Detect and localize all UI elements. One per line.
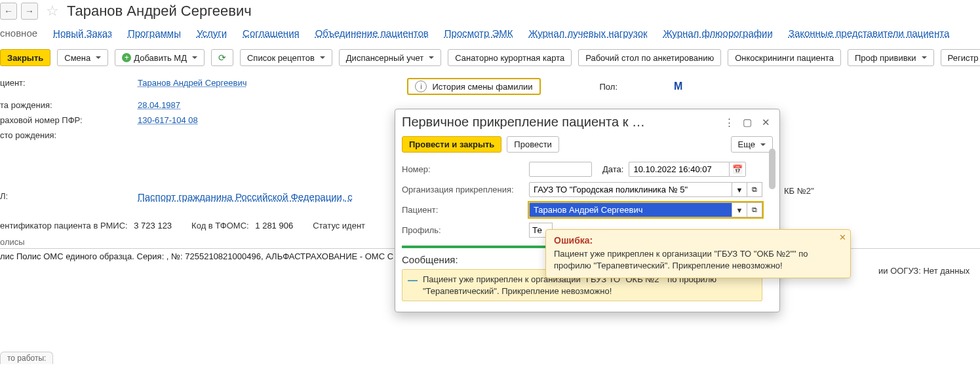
gender-label: Пол: xyxy=(600,82,618,92)
messages-title-text: Сообщения: xyxy=(402,254,458,265)
surname-history-label: История смены фамилии xyxy=(432,82,532,92)
open-ref-icon[interactable]: ⧉ xyxy=(747,202,762,217)
add-md-label: Добавить МД xyxy=(134,53,187,63)
action-toolbar: Закрыть Смена + Добавить МД ⟳ Список рец… xyxy=(0,43,980,73)
pob-label: сто рождения: xyxy=(0,130,138,140)
chevron-down-icon[interactable]: ▼ xyxy=(732,202,747,217)
dob-value[interactable]: 28.04.1987 xyxy=(138,100,180,110)
date-label: Дата: xyxy=(602,164,623,174)
message-dash-icon: — xyxy=(408,274,418,297)
favorite-star-icon[interactable]: ☆ xyxy=(42,3,63,20)
tab-agreements[interactable]: Соглашения xyxy=(243,28,300,39)
snils-label: раховой номер ПФР: xyxy=(0,115,138,125)
org-input[interactable] xyxy=(529,182,732,197)
reload-button[interactable]: ⟳ xyxy=(211,49,233,66)
tab-main[interactable]: сновное xyxy=(0,28,37,39)
tooltip-body: Пациент уже прикреплен к организации "ГБ… xyxy=(554,248,844,271)
gender-value: М xyxy=(674,81,682,92)
open-ref-icon[interactable]: ⧉ xyxy=(747,182,762,197)
ooguz-label: ии ООГУЗ: xyxy=(878,266,921,276)
rmis-label: ентификатор пациента в РМИС: xyxy=(0,221,128,230)
submit-close-button[interactable]: Провести и закрыть xyxy=(402,136,501,153)
tab-fluoro-log[interactable]: Журнал флюорографии xyxy=(663,28,773,39)
profile-label: Профиль: xyxy=(402,225,524,235)
number-input[interactable] xyxy=(529,162,592,177)
header-bar: ← → ☆ Таранов Андрей Сергеевич xyxy=(0,0,980,21)
org-combo[interactable]: ▼ ⧉ xyxy=(529,182,762,197)
tab-view-emk[interactable]: Просмотр ЭМК xyxy=(444,28,513,39)
patient-label: циент: xyxy=(0,78,138,95)
tfoms-value: 1 281 906 xyxy=(255,221,293,230)
nav-tabs: сновное Новый Заказ Программы Услуги Сог… xyxy=(0,21,980,43)
attachment-modal: Первичное прикрепление пациента к … ⋮ ▢ … xyxy=(395,109,780,312)
rmis-value: 3 723 123 xyxy=(134,221,172,230)
modal-title: Первичное прикрепление пациента к … xyxy=(402,115,718,130)
scrollbar-thumb[interactable] xyxy=(769,149,775,189)
snils-value[interactable]: 130-617-104 08 xyxy=(138,115,198,125)
modal-close-icon[interactable]: ✕ xyxy=(758,115,773,130)
calendar-icon[interactable]: 📅 xyxy=(729,162,746,177)
error-tooltip: ✕ Ошибка: Пациент уже прикреплен к орган… xyxy=(545,229,851,278)
more-button[interactable]: Еще xyxy=(731,136,773,153)
patient-combo[interactable]: ▼ ⧉ xyxy=(529,202,762,217)
recipes-button[interactable]: Список рецептов xyxy=(240,49,332,66)
tab-merge-patients[interactable]: Объединение пациентов xyxy=(315,28,429,39)
org-label: Организация прикрепления: xyxy=(402,185,524,194)
bottom-tab-workplace[interactable]: то работы: xyxy=(0,352,53,364)
modal-menu-icon[interactable]: ⋮ xyxy=(722,115,736,130)
modal-patient-label: Пациент: xyxy=(402,205,524,215)
plus-icon: + xyxy=(122,53,131,62)
nav-back-button[interactable]: ← xyxy=(0,3,17,20)
surname-history-button[interactable]: i История смены фамилии xyxy=(407,78,540,95)
nav-forward-button[interactable]: → xyxy=(21,3,38,20)
tab-new-order[interactable]: Новый Заказ xyxy=(53,28,112,39)
modal-maximize-icon[interactable]: ▢ xyxy=(740,115,755,130)
tab-programs[interactable]: Программы xyxy=(128,28,181,39)
submit-button[interactable]: Провести xyxy=(507,136,559,153)
worktable-button[interactable]: Рабочий стол по анкетированию xyxy=(578,49,721,66)
right-hint-text: КБ №2" xyxy=(784,186,814,196)
patient-input[interactable] xyxy=(529,202,732,217)
tab-radiation-log[interactable]: Журнал лучевых нагрузок xyxy=(529,28,648,39)
page-title: Таранов Андрей Сергеевич xyxy=(67,3,252,20)
ooguz-value: Нет данных xyxy=(923,266,970,276)
ul-label: Л: xyxy=(0,191,138,202)
add-md-button[interactable]: + Добавить МД xyxy=(115,49,205,66)
tooltip-title: Ошибка: xyxy=(554,235,844,246)
ul-value[interactable]: Паспорт гражданина Российской Федерации,… xyxy=(138,191,353,202)
registry-button[interactable]: Регистр xyxy=(941,49,980,66)
dispensary-button[interactable]: Диспансерный учет xyxy=(339,49,441,66)
tab-legal-reps[interactable]: Законные представители пациента xyxy=(789,28,949,39)
oncoscreening-button[interactable]: Онкоскрининги пациента xyxy=(728,49,841,66)
info-icon: i xyxy=(415,81,427,92)
chevron-down-icon[interactable]: ▼ xyxy=(732,182,747,197)
patient-name-link[interactable]: Таранов Андрей Сергеевич xyxy=(138,78,246,95)
modal-scrollbar[interactable] xyxy=(769,149,775,306)
date-input[interactable] xyxy=(629,162,729,177)
close-button[interactable]: Закрыть xyxy=(0,49,50,66)
tooltip-close-icon[interactable]: ✕ xyxy=(839,232,846,242)
tab-services[interactable]: Услуги xyxy=(197,28,227,39)
tfoms-label: Код в ТФОМС: xyxy=(191,221,249,230)
dob-label: та рождения: xyxy=(0,100,138,110)
number-label: Номер: xyxy=(402,164,524,174)
reload-icon: ⟳ xyxy=(218,52,226,63)
sanatory-button[interactable]: Санаторно курортная карта xyxy=(448,49,572,66)
ooguz-block: ии ООГУЗ: Нет данных xyxy=(878,266,970,276)
vaccinations-button[interactable]: Проф прививки xyxy=(848,49,934,66)
ident-status-label: Статус идент xyxy=(313,221,365,230)
change-button[interactable]: Смена xyxy=(57,49,108,66)
